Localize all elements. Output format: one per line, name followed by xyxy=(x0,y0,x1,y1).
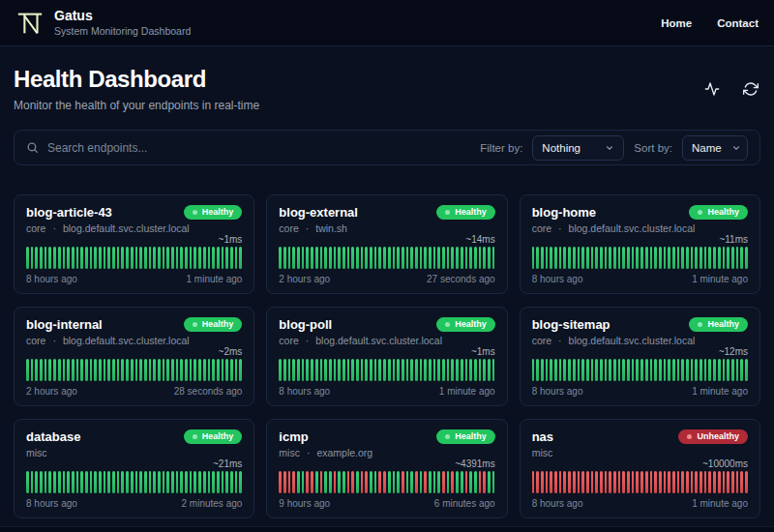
health-bar xyxy=(288,247,291,269)
oldest-check-time: 8 hours ago xyxy=(26,274,77,284)
health-bar xyxy=(397,247,400,269)
newest-check-time: 2 minutes ago xyxy=(182,498,243,509)
health-bar xyxy=(433,247,436,269)
health-bar xyxy=(315,359,318,381)
health-bar xyxy=(329,247,332,269)
health-bar xyxy=(415,247,418,269)
sort-select[interactable]: Name xyxy=(682,135,748,161)
sort-by-label: Sort by: xyxy=(634,142,672,154)
health-bar xyxy=(171,247,174,269)
health-bar xyxy=(591,359,594,381)
filter-select[interactable]: Nothing xyxy=(532,135,624,161)
app-title: Gatus xyxy=(54,9,191,23)
endpoint-card[interactable]: nas Unhealthy misc · ~10000ms 8 hours ag… xyxy=(520,419,760,518)
health-bar xyxy=(546,247,549,269)
health-bar xyxy=(456,247,459,269)
health-bar xyxy=(94,247,97,269)
filter-by-label: Filter by: xyxy=(480,142,522,154)
newest-check-time: 27 seconds ago xyxy=(427,274,495,284)
status-dot-icon xyxy=(445,210,450,215)
status-dot-icon xyxy=(193,210,197,215)
health-bar xyxy=(536,247,539,269)
status-badge: Healthy xyxy=(436,205,495,220)
health-bar xyxy=(595,247,598,269)
health-bar xyxy=(40,359,43,381)
health-bar xyxy=(378,471,381,493)
health-bar xyxy=(681,471,684,493)
health-bar xyxy=(235,471,238,493)
health-bar xyxy=(334,359,337,381)
endpoint-card[interactable]: blog-article-43 Healthy core · blog.defa… xyxy=(14,194,254,294)
endpoint-card[interactable]: blog-sitemap Healthy core · blog.default… xyxy=(520,307,760,406)
health-bar xyxy=(563,247,566,269)
health-bar xyxy=(650,471,653,493)
health-bar xyxy=(704,471,707,493)
health-bar xyxy=(53,359,56,381)
endpoint-host: blog.default.svc.cluster.local xyxy=(63,335,190,346)
top-nav: Home Contact xyxy=(661,17,759,29)
endpoint-host: example.org xyxy=(316,447,372,458)
activity-pulse-button[interactable] xyxy=(702,79,722,99)
endpoint-name: blog-article-43 xyxy=(26,205,112,220)
health-bar xyxy=(180,247,183,269)
health-bar xyxy=(99,247,102,269)
nav-link-contact[interactable]: Contact xyxy=(717,17,759,29)
endpoint-name: icmp xyxy=(279,429,308,444)
health-bar xyxy=(483,247,486,269)
health-bar xyxy=(388,247,391,269)
health-bar xyxy=(677,247,680,269)
meta-separator: · xyxy=(558,222,562,234)
health-bar xyxy=(171,471,174,493)
health-bar xyxy=(595,471,598,493)
health-bar xyxy=(76,247,79,269)
health-bar xyxy=(351,247,354,269)
health-bar xyxy=(361,247,364,269)
health-bar xyxy=(420,247,423,269)
endpoint-card[interactable]: database Healthy misc · ~21ms 8 hours ag… xyxy=(14,419,254,518)
health-bar xyxy=(351,359,354,381)
health-bar xyxy=(632,359,635,381)
health-bar xyxy=(230,359,233,381)
health-bar xyxy=(686,359,689,381)
chevron-down-icon xyxy=(605,143,614,153)
health-bar xyxy=(306,359,309,381)
health-bar xyxy=(613,471,616,493)
nav-link-home[interactable]: Home xyxy=(661,17,692,29)
health-bar xyxy=(190,471,193,493)
health-bar xyxy=(311,359,313,381)
health-bar xyxy=(461,471,463,493)
endpoint-card[interactable]: blog-home Healthy core · blog.default.sv… xyxy=(520,194,760,294)
health-bar xyxy=(158,359,161,381)
endpoint-card[interactable]: blog-poll Healthy core · blog.default.sv… xyxy=(266,307,507,406)
health-bar xyxy=(451,359,454,381)
meta-separator: · xyxy=(52,335,56,346)
endpoint-group: misc xyxy=(532,447,553,458)
health-bar xyxy=(222,471,224,493)
endpoint-card[interactable]: icmp Healthy misc · example.org ~4391ms … xyxy=(266,419,507,518)
health-bar xyxy=(131,359,134,381)
endpoint-latency: ~4391ms xyxy=(279,458,494,469)
health-bar xyxy=(302,247,305,269)
health-bar xyxy=(447,471,450,493)
health-bar xyxy=(112,247,115,269)
status-label: Healthy xyxy=(455,320,487,329)
health-bar xyxy=(279,471,282,493)
health-bar xyxy=(691,471,694,493)
health-bar xyxy=(347,247,350,269)
health-bar xyxy=(654,471,657,493)
health-bar xyxy=(713,247,716,269)
refresh-button[interactable] xyxy=(741,79,760,99)
health-history-bars xyxy=(532,359,748,381)
endpoint-card[interactable]: blog-external Healthy core · twin.sh ~14… xyxy=(266,194,507,294)
health-bar xyxy=(90,247,93,269)
endpoint-card[interactable]: blog-internal Healthy core · blog.defaul… xyxy=(14,307,254,406)
health-bar xyxy=(292,471,295,493)
health-bar xyxy=(378,247,381,269)
health-history-bars xyxy=(279,359,494,381)
search-input[interactable] xyxy=(47,141,470,155)
health-bar xyxy=(708,247,711,269)
oldest-check-time: 8 hours ago xyxy=(532,386,583,397)
health-bar xyxy=(225,471,228,493)
endpoint-name: blog-poll xyxy=(279,317,332,332)
health-bar xyxy=(605,359,608,381)
